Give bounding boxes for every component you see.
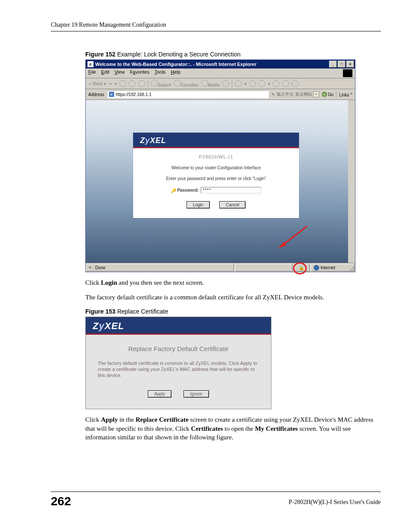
maximize-button[interactable]: □ xyxy=(338,61,346,68)
paragraph-2: The factory default certificate is a com… xyxy=(85,293,381,302)
home-icon[interactable] xyxy=(138,80,145,87)
status-zone-text: Internet xyxy=(321,265,335,270)
figure-153-label: Figure 153 xyxy=(85,308,115,315)
stop-icon[interactable] xyxy=(119,80,126,87)
ime-text: 输入中文 直达网站 xyxy=(277,91,312,97)
favorites-button[interactable]: Favorites xyxy=(174,80,198,87)
mail-icon[interactable] xyxy=(235,80,242,87)
status-progress xyxy=(235,264,293,271)
links-button[interactable]: Links » xyxy=(339,91,352,97)
cancel-button[interactable]: Cancel xyxy=(219,201,246,208)
minimize-button[interactable]: _ xyxy=(329,61,337,68)
zyxel-logo: ZyXEL xyxy=(140,136,166,145)
figure-153-caption: Figure 153 Replace Certificate xyxy=(85,308,381,315)
refresh-icon[interactable] xyxy=(129,80,136,87)
history-icon[interactable] xyxy=(222,80,229,87)
extra-icon-1[interactable] xyxy=(282,80,289,87)
svg-marker-1 xyxy=(279,242,286,248)
ime-dropdown-icon[interactable]: ▾ xyxy=(313,91,319,97)
ie-titlebar: e Welcome to the Web-Based Configurator:… xyxy=(86,60,355,68)
back-button[interactable]: ⇦ Back ▾ xyxy=(88,81,106,86)
go-button[interactable]: ➜ Go xyxy=(322,92,333,97)
pen-icon: ✎ xyxy=(271,92,276,96)
instruction-text: Enter your password and press enter or c… xyxy=(142,176,290,181)
welcome-text: Welcome to your router Configuration Int… xyxy=(142,165,290,170)
replace-certificate-panel: ZyXEL Replace Factory Default Certificat… xyxy=(85,317,271,410)
scroll-down-button[interactable]: ▾ xyxy=(348,256,355,263)
ie-statusbar: e Done 🔒 Internet xyxy=(86,263,355,272)
extra-icon-2[interactable] xyxy=(292,80,299,87)
forward-button[interactable]: ⇨ xyxy=(109,81,112,86)
media-button[interactable]: Media xyxy=(201,80,220,87)
password-input[interactable]: **** xyxy=(201,187,261,193)
ie-logo-icon: e xyxy=(87,61,93,67)
globe-icon xyxy=(314,265,319,271)
search-button[interactable]: Search xyxy=(151,80,171,87)
ie-viewport: ▴ ▾ ZyXEL P2802HWL-I1 Welcome to your ro… xyxy=(86,100,355,263)
paragraph-1: Click Login and you then see the next sc… xyxy=(85,278,381,287)
login-button[interactable]: Login xyxy=(187,201,210,208)
ie-brand-icon xyxy=(343,69,352,77)
zyxel-logo-2: ZyXEL xyxy=(93,320,125,331)
page-number: 262 xyxy=(51,495,71,508)
paragraph-3: Click Apply in the Replace Certificate s… xyxy=(85,415,381,442)
done-icon: e xyxy=(89,265,94,270)
figure-152-caption: Figure 152 Example: Lock Denoting a Secu… xyxy=(85,51,381,58)
discuss-icon[interactable] xyxy=(273,80,280,87)
replace-description: The factory default certificate is commo… xyxy=(98,360,259,379)
brand-bar-2: ZyXEL xyxy=(86,317,271,335)
address-input[interactable]: e https://192.168.1.1 xyxy=(107,90,269,98)
page-icon: e xyxy=(109,92,114,97)
go-arrow-icon: ➜ xyxy=(322,92,327,97)
ie-window: e Welcome to the Web-Based Configurator:… xyxy=(85,59,355,272)
ime-block[interactable]: ✎ 输入中文 直达网站 ▾ xyxy=(271,91,319,97)
brand-bar: ZyXEL xyxy=(133,133,299,148)
scroll-up-button[interactable]: ▴ xyxy=(348,100,355,107)
figure-153-title: Replace Certificate xyxy=(115,308,168,315)
svg-line-0 xyxy=(279,226,307,248)
resize-grip-icon[interactable] xyxy=(349,265,355,271)
replace-title: Replace Factory Default Certificate xyxy=(98,345,259,352)
menu-edit[interactable]: Edit xyxy=(101,69,109,77)
annotation-arrow-icon xyxy=(275,224,309,250)
menu-favorites[interactable]: Favorites xyxy=(130,69,149,77)
status-security: 🔒 xyxy=(293,264,310,271)
model-label: P2802HWL-I1 xyxy=(142,154,290,159)
ie-toolbar: ⇦ Back ▾ ⇨ ▾ Search Favorites Media ▾ ▾ xyxy=(86,78,355,89)
password-label: Password: xyxy=(177,188,199,193)
address-label: Address xyxy=(88,92,104,97)
menu-file[interactable]: FFileile xyxy=(88,69,96,77)
figure-152-title: Example: Lock Denoting a Secure Connecti… xyxy=(115,51,240,58)
menu-view[interactable]: View xyxy=(115,69,125,77)
ie-menubar: FFileile Edit View Favorites Tools Help xyxy=(86,68,355,78)
menu-tools[interactable]: Tools xyxy=(155,69,166,77)
menu-help[interactable]: Help xyxy=(171,69,181,77)
page-header: Chapter 19 Remote Management Configurati… xyxy=(51,22,381,31)
ignore-button[interactable]: Ignore xyxy=(184,390,209,398)
ie-address-bar: Address e https://192.168.1.1 ✎ 输入中文 直达网… xyxy=(86,89,355,100)
apply-button[interactable]: Apply xyxy=(148,390,171,398)
close-button[interactable]: × xyxy=(346,61,354,68)
guide-title: P-2802H(W)(L)-I Series User's Guide xyxy=(289,499,381,506)
lock-icon: 🔒 xyxy=(299,265,305,271)
status-text: Done xyxy=(95,265,106,270)
key-icon: 🔑 xyxy=(171,188,175,193)
page-footer: 262 P-2802H(W)(L)-I Series User's Guide xyxy=(51,492,381,508)
login-panel: ZyXEL P2802HWL-I1 Welcome to your router… xyxy=(133,133,299,218)
edit-icon[interactable] xyxy=(258,80,265,87)
print-icon[interactable] xyxy=(249,80,256,87)
figure-152-label: Figure 152 xyxy=(85,51,115,58)
ie-window-title: Welcome to the Web-Based Configurator::.… xyxy=(95,62,256,67)
address-url: https://192.168.1.1 xyxy=(116,92,152,97)
